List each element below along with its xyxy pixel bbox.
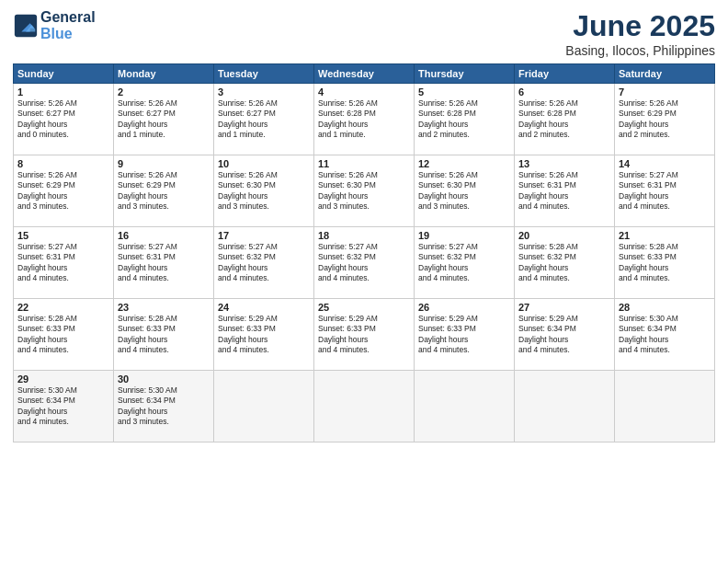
cell-info: Sunrise: 5:28 AMSunset: 6:33 PMDaylight … (619, 242, 678, 282)
cell-info: Sunrise: 5:26 AMSunset: 6:28 PMDaylight … (418, 98, 478, 139)
cell-info: Sunrise: 5:26 AMSunset: 6:31 PMDaylight … (518, 170, 578, 211)
calendar-cell: 8Sunrise: 5:26 AMSunset: 6:29 PMDaylight… (14, 155, 114, 227)
cell-info: Sunrise: 5:30 AMSunset: 6:34 PMDaylight … (17, 385, 77, 426)
calendar-page: General Blue June 2025 Basing, Ilocos, P… (0, 0, 728, 563)
cell-info: Sunrise: 5:26 AMSunset: 6:27 PMDaylight … (118, 98, 177, 139)
cell-info: Sunrise: 5:28 AMSunset: 6:33 PMDaylight … (17, 314, 77, 354)
week-row-2: 15Sunrise: 5:27 AMSunset: 6:31 PMDayligh… (14, 227, 715, 299)
day-number: 6 (518, 86, 610, 98)
day-number: 10 (218, 158, 310, 169)
day-number: 11 (318, 158, 410, 169)
cell-info: Sunrise: 5:29 AMSunset: 6:34 PMDaylight … (518, 314, 578, 354)
calendar-cell: 16Sunrise: 5:27 AMSunset: 6:31 PMDayligh… (114, 227, 214, 299)
calendar-cell: 11Sunrise: 5:26 AMSunset: 6:30 PMDayligh… (314, 155, 415, 227)
month-title: June 2025 (565, 9, 715, 43)
day-number: 22 (17, 302, 109, 313)
col-header-friday: Friday (515, 64, 615, 84)
calendar-cell: 19Sunrise: 5:27 AMSunset: 6:32 PMDayligh… (415, 227, 515, 299)
cell-info: Sunrise: 5:27 AMSunset: 6:32 PMDaylight … (218, 242, 278, 282)
cell-info: Sunrise: 5:29 AMSunset: 6:33 PMDaylight … (318, 314, 378, 354)
cell-info: Sunrise: 5:26 AMSunset: 6:30 PMDaylight … (418, 170, 478, 211)
calendar-cell: 30Sunrise: 5:30 AMSunset: 6:34 PMDayligh… (114, 371, 214, 442)
header: General Blue June 2025 Basing, Ilocos, P… (13, 9, 715, 58)
calendar-cell: 24Sunrise: 5:29 AMSunset: 6:33 PMDayligh… (214, 299, 314, 371)
calendar-cell: 2Sunrise: 5:26 AMSunset: 6:27 PMDaylight… (114, 84, 214, 155)
calendar-cell: 17Sunrise: 5:27 AMSunset: 6:32 PMDayligh… (214, 227, 314, 299)
calendar-cell: 4Sunrise: 5:26 AMSunset: 6:28 PMDaylight… (314, 84, 415, 155)
calendar-cell: 9Sunrise: 5:26 AMSunset: 6:29 PMDaylight… (114, 155, 214, 227)
week-row-4: 29Sunrise: 5:30 AMSunset: 6:34 PMDayligh… (14, 371, 715, 442)
day-number: 29 (17, 373, 109, 385)
col-header-thursday: Thursday (415, 64, 515, 84)
title-block: June 2025 Basing, Ilocos, Philippines (565, 9, 715, 58)
calendar-cell: 10Sunrise: 5:26 AMSunset: 6:30 PMDayligh… (214, 155, 314, 227)
calendar-cell (515, 371, 615, 442)
cell-info: Sunrise: 5:27 AMSunset: 6:31 PMDaylight … (118, 242, 177, 282)
day-number: 16 (118, 230, 210, 241)
cell-info: Sunrise: 5:28 AMSunset: 6:33 PMDaylight … (118, 314, 177, 354)
calendar-cell: 5Sunrise: 5:26 AMSunset: 6:28 PMDaylight… (415, 84, 515, 155)
calendar-cell: 3Sunrise: 5:26 AMSunset: 6:27 PMDaylight… (214, 84, 314, 155)
week-row-3: 22Sunrise: 5:28 AMSunset: 6:33 PMDayligh… (14, 299, 715, 371)
day-number: 9 (118, 158, 210, 169)
calendar-cell: 18Sunrise: 5:27 AMSunset: 6:32 PMDayligh… (314, 227, 415, 299)
day-number: 23 (118, 302, 210, 313)
day-number: 30 (118, 373, 210, 385)
day-number: 14 (619, 158, 711, 169)
logo: General Blue (13, 9, 96, 41)
calendar-cell: 12Sunrise: 5:26 AMSunset: 6:30 PMDayligh… (415, 155, 515, 227)
cell-info: Sunrise: 5:30 AMSunset: 6:34 PMDaylight … (619, 314, 678, 354)
col-header-monday: Monday (114, 64, 214, 84)
cell-info: Sunrise: 5:26 AMSunset: 6:27 PMDaylight … (17, 98, 77, 139)
calendar-cell: 29Sunrise: 5:30 AMSunset: 6:34 PMDayligh… (14, 371, 114, 442)
week-row-1: 8Sunrise: 5:26 AMSunset: 6:29 PMDaylight… (14, 155, 715, 227)
calendar-cell: 7Sunrise: 5:26 AMSunset: 6:29 PMDaylight… (615, 84, 715, 155)
calendar-header-row: SundayMondayTuesdayWednesdayThursdayFrid… (14, 64, 715, 84)
day-number: 8 (17, 158, 109, 169)
day-number: 15 (17, 230, 109, 241)
cell-info: Sunrise: 5:26 AMSunset: 6:29 PMDaylight … (118, 170, 177, 211)
calendar-cell: 20Sunrise: 5:28 AMSunset: 6:32 PMDayligh… (515, 227, 615, 299)
day-number: 12 (418, 158, 510, 169)
col-header-wednesday: Wednesday (314, 64, 415, 84)
day-number: 19 (418, 230, 510, 241)
day-number: 1 (17, 86, 109, 98)
cell-info: Sunrise: 5:26 AMSunset: 6:28 PMDaylight … (518, 98, 578, 139)
day-number: 4 (318, 86, 410, 98)
col-header-saturday: Saturday (615, 64, 715, 84)
calendar-cell: 28Sunrise: 5:30 AMSunset: 6:34 PMDayligh… (615, 299, 715, 371)
calendar-cell: 23Sunrise: 5:28 AMSunset: 6:33 PMDayligh… (114, 299, 214, 371)
col-header-sunday: Sunday (14, 64, 114, 84)
calendar-cell: 14Sunrise: 5:27 AMSunset: 6:31 PMDayligh… (615, 155, 715, 227)
calendar-cell: 13Sunrise: 5:26 AMSunset: 6:31 PMDayligh… (515, 155, 615, 227)
day-number: 21 (619, 230, 711, 241)
cell-info: Sunrise: 5:26 AMSunset: 6:27 PMDaylight … (218, 98, 278, 139)
day-number: 2 (118, 86, 210, 98)
calendar-cell: 26Sunrise: 5:29 AMSunset: 6:33 PMDayligh… (415, 299, 515, 371)
cell-info: Sunrise: 5:27 AMSunset: 6:32 PMDaylight … (318, 242, 378, 282)
calendar-cell (415, 371, 515, 442)
day-number: 17 (218, 230, 310, 241)
day-number: 5 (418, 86, 510, 98)
cell-info: Sunrise: 5:29 AMSunset: 6:33 PMDaylight … (418, 314, 478, 354)
calendar-cell (314, 371, 415, 442)
day-number: 18 (318, 230, 410, 241)
cell-info: Sunrise: 5:29 AMSunset: 6:33 PMDaylight … (218, 314, 278, 354)
day-number: 28 (619, 302, 711, 313)
cell-info: Sunrise: 5:27 AMSunset: 6:31 PMDaylight … (619, 170, 678, 211)
calendar-cell: 15Sunrise: 5:27 AMSunset: 6:31 PMDayligh… (14, 227, 114, 299)
cell-info: Sunrise: 5:26 AMSunset: 6:30 PMDaylight … (318, 170, 378, 211)
location: Basing, Ilocos, Philippines (565, 43, 715, 58)
day-number: 3 (218, 86, 310, 98)
cell-info: Sunrise: 5:26 AMSunset: 6:29 PMDaylight … (17, 170, 77, 211)
calendar-cell: 22Sunrise: 5:28 AMSunset: 6:33 PMDayligh… (14, 299, 114, 371)
day-number: 7 (619, 86, 711, 98)
day-number: 24 (218, 302, 310, 313)
day-number: 27 (518, 302, 610, 313)
cell-info: Sunrise: 5:26 AMSunset: 6:30 PMDaylight … (218, 170, 278, 211)
day-number: 13 (518, 158, 610, 169)
calendar-cell: 6Sunrise: 5:26 AMSunset: 6:28 PMDaylight… (515, 84, 615, 155)
day-number: 20 (518, 230, 610, 241)
col-header-tuesday: Tuesday (214, 64, 314, 84)
cell-info: Sunrise: 5:28 AMSunset: 6:32 PMDaylight … (518, 242, 578, 282)
